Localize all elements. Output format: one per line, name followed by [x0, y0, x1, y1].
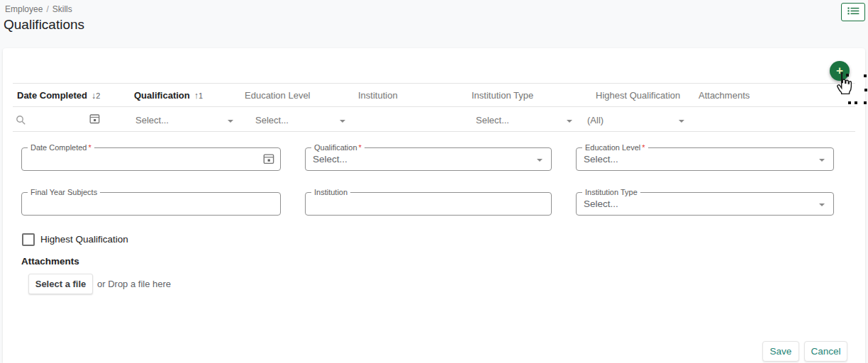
column-header-attachments[interactable]: Attachments: [699, 90, 750, 101]
field-label: Education Level*: [582, 143, 648, 152]
column-header-highest-qualification[interactable]: Highest Qualification: [596, 90, 680, 101]
divider: [13, 131, 855, 132]
divider: [13, 106, 855, 107]
chevron-down-icon: [819, 203, 825, 206]
final-year-subjects-input[interactable]: [22, 193, 280, 215]
breadcrumb-skills[interactable]: Skills: [52, 4, 72, 14]
column-header-institution[interactable]: Institution: [358, 90, 398, 101]
list-view-toggle-button[interactable]: [841, 3, 865, 21]
select-value: Select...: [584, 154, 618, 164]
select-value: Select...: [313, 154, 347, 164]
breadcrumb-separator: /: [46, 4, 48, 14]
page: Employee/Skills Qualifications + Da: [0, 0, 868, 363]
divider: [13, 83, 855, 84]
cursor-pointer-icon: [834, 72, 852, 97]
annotation-dot: [855, 101, 857, 104]
list-icon: [847, 6, 859, 18]
date-completed-field[interactable]: Date Completed*: [21, 147, 281, 171]
breadcrumb: Employee/Skills: [5, 4, 72, 14]
required-asterisk: *: [642, 143, 645, 152]
chevron-down-icon: [228, 120, 233, 123]
institution-type-field[interactable]: Institution Type Select...: [576, 192, 834, 216]
highest-qualification-filter-select[interactable]: (All): [587, 115, 684, 125]
annotation-dot: [864, 101, 867, 104]
filter-value: Select...: [476, 115, 509, 125]
annotation-dot: [864, 74, 867, 77]
sort-order-badge: 2: [96, 91, 100, 100]
calendar-icon[interactable]: [89, 113, 100, 127]
column-header-institution-type[interactable]: Institution Type: [472, 90, 533, 101]
institution-field[interactable]: Institution: [305, 192, 552, 216]
sort-order-badge: 1: [199, 91, 203, 100]
chevron-down-icon: [679, 120, 684, 123]
qualification-field[interactable]: Qualification* Select...: [305, 147, 552, 171]
qualification-filter-select[interactable]: Select...: [135, 115, 233, 125]
chevron-down-icon: [567, 120, 572, 123]
annotation-dot: [864, 89, 867, 91]
select-value: Select...: [584, 199, 618, 209]
education-level-field[interactable]: Education Level* Select...: [576, 147, 834, 171]
filter-value: Select...: [255, 115, 289, 125]
page-title: Qualifications: [4, 17, 84, 33]
column-header-date-completed[interactable]: Date Completed↓2: [17, 90, 100, 101]
column-header-education-level[interactable]: Education Level: [245, 90, 311, 101]
drop-file-hint: or Drop a file here: [97, 279, 171, 289]
breadcrumb-employee[interactable]: Employee: [5, 4, 43, 14]
filter-value: (All): [587, 115, 603, 125]
chevron-down-icon: [340, 120, 345, 123]
filter-value: Select...: [135, 115, 169, 125]
calendar-icon[interactable]: [263, 153, 274, 167]
final-year-subjects-field[interactable]: Final Year Subjects: [21, 192, 281, 216]
select-file-button[interactable]: Select a file: [28, 274, 93, 294]
field-label: Institution Type: [582, 187, 640, 197]
search-icon: [16, 115, 26, 128]
highest-qualification-label: Highest Qualification: [40, 234, 128, 245]
column-header-qualification[interactable]: Qualification↑1: [134, 90, 203, 101]
cancel-button[interactable]: Cancel: [804, 341, 847, 362]
column-label: Qualification: [134, 90, 190, 101]
chevron-down-icon: [537, 159, 542, 162]
attachments-label: Attachments: [21, 256, 79, 267]
date-completed-filter-input[interactable]: [30, 112, 88, 128]
education-level-filter-select[interactable]: Select...: [255, 115, 345, 125]
field-label: Qualification*: [311, 143, 365, 152]
required-asterisk: *: [359, 143, 362, 152]
highest-qualification-checkbox[interactable]: [22, 233, 35, 246]
institution-type-filter-select[interactable]: Select...: [476, 115, 572, 125]
date-completed-input[interactable]: [22, 148, 280, 170]
annotation-dot: [848, 101, 851, 104]
column-label: Date Completed: [17, 90, 87, 101]
chevron-down-icon: [819, 159, 825, 162]
save-button[interactable]: Save: [762, 341, 799, 362]
institution-input[interactable]: [306, 193, 551, 215]
